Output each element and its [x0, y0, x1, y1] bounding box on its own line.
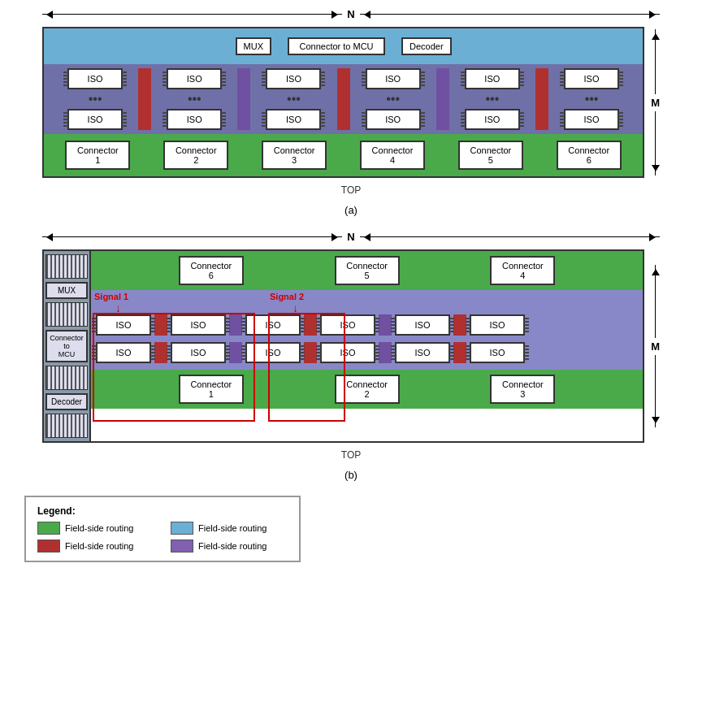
red-strip-2 [337, 68, 350, 130]
iso-block-5b: ISO [465, 109, 520, 130]
top-connectors-b: Connector 6 Connector 5 Connector 4 [91, 251, 643, 290]
decoder-chip-a: Decoder [401, 37, 452, 55]
legend-label-2: Field-side routing [65, 541, 133, 551]
iso-col-b5: ISO [392, 314, 453, 336]
legend-swatch-0 [37, 522, 60, 535]
dots-3: ••• [287, 91, 301, 107]
decoder-chip-b: Decoder [46, 393, 88, 410]
purple-strip-2 [436, 68, 449, 130]
b-connector-4: Connector 4 [490, 256, 555, 285]
bottom-connectors-b: Connector 1 Connector 2 Connector 3 [91, 370, 643, 409]
b-connector-5: Connector 5 [335, 256, 400, 285]
n-arrow-a: N [42, 8, 660, 20]
top-label-b: TOP [42, 449, 660, 461]
panel-a: MUX Connector to MCU Decoder ISO ••• ISO… [42, 27, 644, 178]
decoder-hatch-b [46, 366, 88, 390]
panel-b-left: MUX ConnectortoMCU Decoder [42, 249, 91, 443]
signal1-label: Signal 1 [94, 292, 128, 301]
legend-label-0: Field-side routing [65, 523, 133, 533]
iso-block-5a: ISO [465, 68, 520, 89]
iso-row-b-bottom: ISO ISO ISO ISO ISO [91, 339, 643, 370]
iso-block-4b: ISO [366, 109, 421, 130]
bottom-bar-a: Connector 1 Connector 2 Connector 3 Conn… [44, 134, 643, 176]
n-arrow-b: N [42, 231, 660, 243]
connector-box-6: Connector 6 [557, 141, 622, 170]
iso-col-5: ISO ••• ISO [449, 68, 535, 130]
signal2-arrow: ↓ [292, 301, 298, 314]
signal2-label: Signal 2 [270, 292, 304, 301]
iso-section-a: ISO ••• ISO ISO ••• ISO ISO ••• ISO [44, 64, 643, 134]
caption-a: (a) [42, 204, 660, 216]
dots-5: ••• [485, 91, 499, 107]
connector-box-2: Connector 2 [163, 141, 228, 170]
legend-title: Legend: [37, 505, 288, 517]
main-container: N MUX Connector to MCU Decoder ISO ••• I… [8, 8, 694, 562]
iso-col-3: ISO ••• ISO [250, 68, 336, 130]
legend-swatch-1 [171, 522, 193, 535]
legend-label-3: Field-side routing [198, 541, 266, 551]
dots-6: ••• [585, 91, 599, 107]
n-label-a: N [342, 8, 359, 20]
iso-block-4a: ISO [366, 68, 421, 89]
top-bar-a: MUX Connector to MCU Decoder [44, 28, 643, 64]
legend-item-3: Field-side routing [171, 540, 288, 552]
legend-item-1: Field-side routing [171, 522, 288, 535]
iso-block-2b: ISO [167, 109, 222, 130]
m-arrow-a: M [651, 27, 660, 178]
n-arrow-line-a2 [360, 14, 660, 15]
mux-chip-b: MUX [46, 282, 88, 299]
b-connector-3: Connector 3 [490, 375, 555, 404]
iso-grid-b-container: Signal 1 ↓ Signal 2 ↓ ISO [91, 290, 643, 370]
red-strip-3 [535, 68, 548, 130]
iso-block-1b: ISO [67, 109, 123, 130]
iso-col-6: ISO ••• ISO [548, 68, 635, 130]
connector-to-mcu-a: Connector to MCU [288, 37, 385, 55]
connector-to-mcu-b: ConnectortoMCU [46, 330, 88, 362]
legend-item-0: Field-side routing [37, 522, 154, 535]
iso-col-2: ISO ••• ISO [151, 68, 237, 130]
panel-b-wrapper: MUX ConnectortoMCU Decoder Connector 6 C… [42, 249, 660, 443]
n-label-b: N [342, 231, 359, 243]
iso-block-3a: ISO [266, 68, 321, 89]
iso-col-b2: ISO [167, 314, 229, 336]
bottom-hatch-b [46, 414, 88, 438]
b-connector-1: Connector 1 [179, 375, 244, 404]
legend: Legend: Field-side routing Field-side ro… [24, 496, 301, 562]
signal1-arrow: ↓ [115, 301, 121, 314]
connector-box-1: Connector 1 [65, 141, 130, 170]
connector-hatch-b [46, 302, 88, 327]
iso-block-1a: ISO [67, 68, 123, 89]
legend-grid: Field-side routing Field-side routing Fi… [37, 522, 288, 552]
iso-block-3b: ISO [266, 109, 321, 130]
legend-swatch-2 [37, 540, 60, 552]
iso-col-b6: ISO [466, 314, 528, 336]
iso-block-6a: ISO [564, 68, 619, 89]
connector-box-4: Connector 4 [360, 141, 425, 170]
panel-a-wrapper: MUX Connector to MCU Decoder ISO ••• ISO… [42, 27, 660, 178]
iso-col-1: ISO ••• ISO [52, 68, 138, 130]
legend-swatch-3 [171, 540, 193, 552]
dots-4: ••• [386, 91, 400, 107]
iso-col-b4: ISO [317, 314, 379, 336]
iso-block-6b: ISO [564, 109, 619, 130]
iso-col-b1: ISO [93, 314, 154, 336]
m-arrow-b: M [651, 249, 660, 443]
legend-item-2: Field-side routing [37, 540, 154, 552]
b-connector-6: Connector 6 [179, 256, 244, 285]
m-label-a: M [651, 94, 660, 111]
panel-b-main: Connector 6 Connector 5 Connector 4 Sig [91, 249, 644, 443]
dots-1: ••• [89, 91, 102, 107]
mux-hatch-b [46, 254, 88, 279]
mux-chip-a: MUX [236, 37, 271, 55]
n-arrow-line-b2 [360, 236, 660, 237]
iso-row-b-top: ISO ISO ISO ISO ISO [91, 290, 643, 339]
iso-col-4: ISO ••• ISO [350, 68, 436, 130]
iso-col-b3: ISO [242, 314, 304, 336]
n-arrow-line-b [42, 236, 342, 237]
top-label-a: TOP [42, 184, 660, 196]
purple-strip-1 [237, 68, 250, 130]
n-arrow-line-a [42, 14, 342, 15]
m-label-b: M [651, 338, 660, 355]
connector-box-5: Connector 5 [458, 141, 523, 170]
legend-label-1: Field-side routing [198, 523, 266, 533]
